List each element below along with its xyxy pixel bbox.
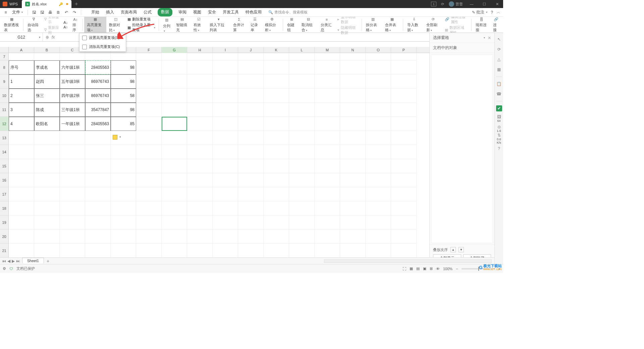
save-icon[interactable]: 🖫	[31, 9, 37, 15]
cell-M10[interactable]	[315, 89, 340, 103]
collapse-ribbon-icon[interactable]: ︿	[496, 9, 500, 15]
cell-H18[interactable]	[187, 201, 213, 215]
cell-N19[interactable]	[340, 215, 366, 230]
cell-M11[interactable]	[315, 103, 340, 117]
view-custom-icon[interactable]: ▣	[423, 266, 426, 271]
cell-A21[interactable]	[9, 244, 34, 258]
cell-E20[interactable]	[111, 230, 136, 244]
send-backward-button[interactable]: ▼	[459, 247, 464, 252]
pivot-button[interactable]: ▦数据透视表	[1, 17, 22, 33]
cell-B17[interactable]	[34, 187, 60, 201]
cell-G19[interactable]	[162, 215, 187, 230]
tab-devtools[interactable]: 开发工具	[222, 8, 239, 16]
cell-D18[interactable]	[85, 201, 111, 215]
cell-D14[interactable]	[85, 145, 111, 159]
ungroup-button[interactable]: ⊟取消组合▾	[299, 17, 318, 33]
cell-F17[interactable]	[136, 187, 162, 201]
cell-J7[interactable]	[238, 53, 264, 60]
cell-E8[interactable]: 98	[111, 60, 136, 74]
cell-O10[interactable]	[366, 89, 391, 103]
cell-G8[interactable]	[162, 60, 187, 74]
cell-G18[interactable]	[162, 201, 187, 215]
maximize-button[interactable]: ☐	[480, 2, 488, 6]
workspace-count[interactable]: 1	[431, 2, 436, 6]
cell-F21[interactable]	[136, 244, 162, 258]
save-as-icon[interactable]: 🖫	[39, 9, 45, 15]
cell-E11[interactable]: 98	[111, 103, 136, 117]
tab-review[interactable]: 审阅	[178, 8, 187, 16]
cell-B8[interactable]: 李成名	[34, 60, 60, 74]
cell-B10[interactable]: 张三	[34, 89, 60, 103]
cell-A12[interactable]: 4	[9, 117, 34, 131]
reading-mode-icon[interactable]: ⊞	[430, 266, 433, 271]
cell-E10[interactable]: 58	[111, 89, 136, 103]
cell-G14[interactable]	[162, 145, 187, 159]
smart-fill-button[interactable]: ▤智能填充	[173, 17, 191, 33]
cell-K14[interactable]	[264, 145, 289, 159]
user-account[interactable]: 普普	[449, 1, 463, 7]
cell-M20[interactable]	[315, 230, 340, 244]
cell-F11[interactable]	[136, 103, 162, 117]
shape-tool-icon[interactable]: △	[496, 56, 502, 62]
cell-H7[interactable]	[187, 53, 213, 60]
existing-connections-button[interactable]: 🗄现有连接	[473, 17, 490, 33]
cell-C10[interactable]: 四年级2班	[60, 89, 85, 103]
fullscreen-icon[interactable]: ⛶	[402, 267, 406, 271]
cell-H16[interactable]	[187, 173, 213, 187]
col-header-O[interactable]: O	[366, 47, 391, 53]
bring-forward-button[interactable]: ▲	[450, 247, 456, 252]
cell-D10[interactable]: 86976743	[85, 89, 111, 103]
cell-P8[interactable]	[391, 60, 417, 74]
cell-I20[interactable]	[213, 230, 238, 244]
cell-E9[interactable]: 98	[111, 74, 136, 89]
cell-C21[interactable]	[60, 244, 85, 258]
merge-table-button[interactable]: ▦合并表格▾	[382, 17, 401, 33]
cell-D16[interactable]	[85, 173, 111, 187]
cell-H21[interactable]	[187, 244, 213, 258]
cell-P14[interactable]	[391, 145, 417, 159]
remove-dup-button[interactable]: ▦删除重复项	[127, 17, 155, 22]
help-icon[interactable]: ?	[491, 10, 493, 15]
cell-L7[interactable]	[289, 53, 315, 60]
menu-icon[interactable]: ≡	[3, 9, 9, 15]
row-header-11[interactable]: 11	[0, 103, 9, 117]
tab-security[interactable]: 安全	[207, 8, 217, 16]
row-header-21[interactable]: 21	[0, 244, 9, 258]
tab-data[interactable]: 数据	[158, 8, 172, 16]
cell-D13[interactable]	[85, 131, 111, 145]
data-compare-button[interactable]: ◫数据对比▾	[106, 17, 125, 33]
cell-J20[interactable]	[238, 230, 264, 244]
cell-O18[interactable]	[366, 201, 391, 215]
row-header-7[interactable]: 7	[0, 53, 9, 60]
cell-H20[interactable]	[187, 230, 213, 244]
cell-C9[interactable]: 五年级3班	[60, 74, 85, 89]
cell-B13[interactable]	[34, 131, 60, 145]
tab-nav-prev[interactable]: ◀	[7, 259, 10, 263]
cell-N14[interactable]	[340, 145, 366, 159]
cell-G9[interactable]	[162, 74, 187, 89]
tab-view[interactable]: 视图	[193, 8, 202, 16]
cell-M21[interactable]	[315, 244, 340, 258]
cell-P20[interactable]	[391, 230, 417, 244]
cell-J21[interactable]	[238, 244, 264, 258]
cell-C12[interactable]: 一年级1班	[60, 117, 85, 131]
cell-C17[interactable]	[60, 187, 85, 201]
cell-N16[interactable]	[340, 173, 366, 187]
refresh-all-button[interactable]: ⟳全部刷新▾	[424, 17, 443, 33]
cell-L14[interactable]	[289, 145, 315, 159]
cell-J17[interactable]	[238, 187, 264, 201]
cell-P10[interactable]	[391, 89, 417, 103]
eye-icon[interactable]: 👁	[436, 267, 440, 271]
cell-G12[interactable]	[162, 117, 187, 131]
col-header-M[interactable]: M	[315, 47, 340, 53]
cell-K12[interactable]	[264, 117, 289, 131]
cell-A7[interactable]	[9, 53, 34, 60]
cell-H17[interactable]	[187, 187, 213, 201]
view-normal-icon[interactable]: ▦	[410, 266, 413, 271]
row-header-17[interactable]: 17	[0, 187, 9, 201]
cell-L17[interactable]	[289, 187, 315, 201]
cell-A11[interactable]: 3	[9, 103, 34, 117]
cell-J14[interactable]	[238, 145, 264, 159]
set-highlight-item[interactable]: 设置高亮重复项(S)...	[79, 33, 126, 42]
cell-K13[interactable]	[264, 131, 289, 145]
